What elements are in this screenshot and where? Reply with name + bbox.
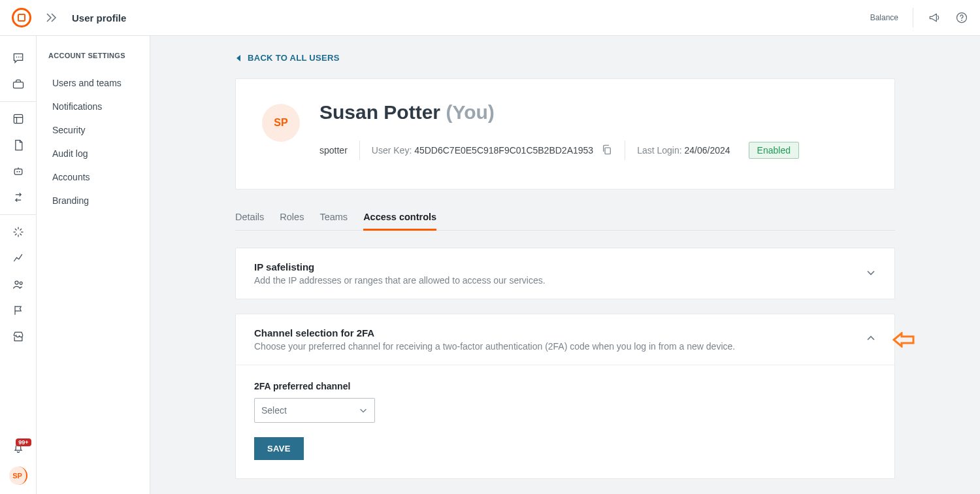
userkey-label: User Key: — [372, 145, 412, 156]
rail-bot-icon[interactable] — [0, 158, 37, 184]
svg-point-2 — [16, 57, 17, 58]
preferred-channel-select[interactable]: Select — [254, 398, 375, 423]
svg-rect-5 — [13, 82, 23, 88]
svg-rect-6 — [14, 114, 22, 123]
panel-2fa-channel: Channel selection for 2FA Choose your pr… — [235, 314, 895, 479]
notifications-button[interactable]: 99+ — [12, 441, 25, 456]
panel-2fa-title: Channel selection for 2FA — [254, 327, 735, 338]
lastlogin-label: Last Login: — [637, 145, 682, 156]
sidebar-item-branding[interactable]: Branding — [48, 189, 150, 212]
user-tabs: Details Roles Teams Access controls — [235, 208, 895, 231]
svg-point-1 — [961, 20, 962, 21]
current-user-avatar[interactable]: SP — [9, 467, 27, 485]
user-avatar: SP — [262, 104, 300, 142]
svg-point-10 — [15, 281, 18, 284]
settings-sidebar: ACCOUNT SETTINGS Users and teams Notific… — [37, 36, 150, 494]
tab-details[interactable]: Details — [235, 208, 264, 230]
panel-ip-safelisting: IP safelisting Add the IP addresses or r… — [235, 248, 895, 299]
user-meta-row: spotter User Key: 45DD6C7E0E5C918F9C01C5… — [319, 140, 799, 160]
panel-ip-sub: Add the IP addresses or ranges that are … — [254, 275, 546, 286]
rail-page-icon[interactable] — [0, 132, 37, 158]
svg-rect-7 — [14, 169, 22, 174]
sidebar-item-notifications[interactable]: Notifications — [48, 95, 150, 118]
sidebar-item-security[interactable]: Security — [48, 118, 150, 142]
notification-badge: 99+ — [16, 438, 31, 446]
save-button[interactable]: SAVE — [254, 437, 304, 460]
annotation-arrow-icon — [892, 332, 915, 350]
page-title: User profile — [72, 12, 126, 24]
svg-rect-12 — [605, 148, 610, 154]
icon-rail: 99+ SP — [0, 36, 37, 494]
rail-analytics-icon[interactable] — [0, 245, 37, 271]
balance-label[interactable]: Balance — [870, 13, 898, 22]
sidebar-item-accounts[interactable]: Accounts — [48, 165, 150, 189]
announce-icon[interactable] — [928, 11, 941, 24]
tab-access-controls[interactable]: Access controls — [363, 208, 436, 231]
main-content: BACK TO ALL USERS SP Susan Potter (You) … — [150, 36, 980, 494]
panel-2fa-sub: Choose your preferred channel for receiv… — [254, 341, 735, 352]
back-to-users-link[interactable]: BACK TO ALL USERS — [235, 53, 895, 63]
panel-ip-title: IP safelisting — [254, 261, 546, 272]
rail-spark-icon[interactable] — [0, 219, 37, 245]
copy-userkey-icon[interactable] — [601, 144, 613, 157]
rail-briefcase-icon[interactable] — [0, 71, 37, 97]
panel-ip-safelisting-header[interactable]: IP safelisting Add the IP addresses or r… — [236, 248, 894, 299]
lastlogin-value: 24/06/2024 — [685, 145, 730, 156]
preferred-channel-label: 2FA preferred channel — [254, 381, 876, 391]
tab-roles[interactable]: Roles — [280, 208, 304, 230]
svg-point-4 — [20, 57, 22, 58]
userkey-value: 45DD6C7E0E5C918F9C01C5B2BD2A1953 — [414, 145, 593, 156]
sidebar-item-users-teams[interactable]: Users and teams — [48, 71, 150, 95]
rail-chat-icon[interactable] — [0, 45, 37, 71]
panel-2fa-header[interactable]: Channel selection for 2FA Choose your pr… — [236, 314, 894, 365]
help-icon[interactable] — [955, 11, 968, 24]
back-link-label: BACK TO ALL USERS — [248, 53, 340, 63]
svg-point-8 — [16, 171, 18, 173]
topbar: User profile Balance — [0, 0, 980, 36]
rail-people-icon[interactable] — [0, 271, 37, 297]
rail-transfer-icon[interactable] — [0, 184, 37, 210]
app-logo[interactable] — [12, 8, 31, 27]
user-name-heading: Susan Potter (You) — [319, 101, 799, 124]
select-placeholder: Select — [261, 405, 287, 416]
status-badge: Enabled — [749, 142, 799, 159]
user-summary-card: SP Susan Potter (You) spotter User Key: … — [235, 78, 895, 189]
you-suffix: (You) — [446, 101, 494, 123]
rail-flag-icon[interactable] — [0, 297, 37, 323]
panel-2fa-body: 2FA preferred channel Select SAVE — [236, 365, 894, 478]
rail-template-icon[interactable] — [0, 106, 37, 132]
user-name: Susan Potter — [319, 101, 440, 123]
chevron-down-icon — [359, 406, 368, 415]
tab-teams[interactable]: Teams — [319, 208, 348, 230]
svg-point-9 — [18, 171, 20, 173]
expand-nav-icon[interactable] — [46, 12, 57, 23]
chevron-down-icon — [866, 267, 876, 280]
divider — [913, 8, 913, 27]
sidebar-header: ACCOUNT SETTINGS — [48, 52, 150, 59]
svg-point-11 — [20, 282, 22, 284]
sidebar-item-audit-log[interactable]: Audit log — [48, 142, 150, 165]
rail-store-icon[interactable] — [0, 323, 37, 350]
username: spotter — [319, 145, 348, 156]
svg-point-3 — [18, 57, 20, 58]
chevron-up-icon — [866, 333, 876, 346]
